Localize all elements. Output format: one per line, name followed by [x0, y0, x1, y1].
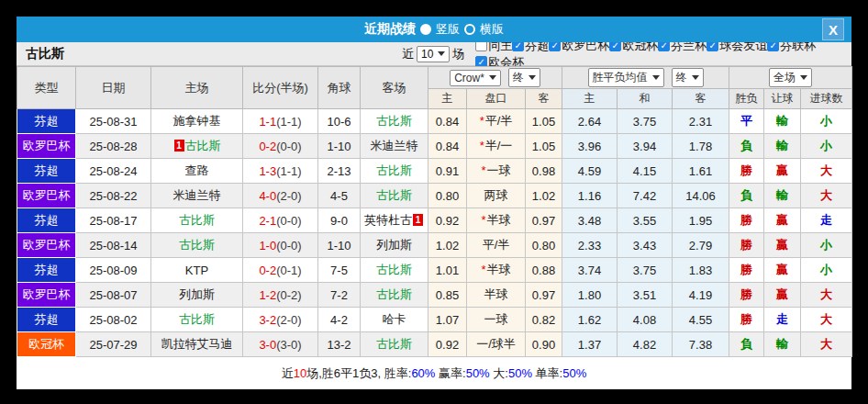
odds-away-cell: 1.05 — [526, 134, 562, 159]
avg-lose-cell: 1.78 — [673, 134, 729, 159]
odds-home-cell: 0.91 — [428, 159, 467, 184]
odds-home-cell: 0.84 — [428, 109, 467, 134]
result-outcome-cell: 勝 — [729, 283, 764, 308]
result-goals-cell: 大 — [801, 159, 852, 184]
avg-lose-cell: 14.06 — [673, 184, 729, 208]
summary-bar: 近10场,胜6平1负3, 胜率:60% 赢率:50% 大:50% 单率:50% — [17, 357, 851, 389]
col-header-home: 主场 — [151, 67, 243, 109]
avg-draw-cell: 3.75 — [618, 109, 673, 134]
odds-away-cell: 0.97 — [526, 283, 562, 308]
result-handicap-cell: 輸 — [764, 332, 801, 357]
check-icon: ✓ — [660, 41, 667, 50]
result-handicap-cell: 走 — [764, 308, 801, 332]
odds-home-cell: 0.92 — [428, 208, 467, 233]
league-badge: 芬超 — [17, 109, 76, 134]
result-goals-cell: 小 — [801, 109, 852, 134]
close-button[interactable]: X — [822, 18, 844, 40]
corner-cell: 9-0 — [318, 208, 361, 233]
odds-company-select[interactable]: Crow* — [450, 70, 501, 86]
avg-draw-cell: 3.43 — [618, 233, 673, 258]
sub-header-odds-away: 客 — [526, 89, 562, 109]
match-row: 欧罗巴杯 25-08-28 1古比斯 0-2(0-0) 1-10 米迪兰特 0.… — [17, 134, 852, 159]
score-cell: 1-0(0-0) — [243, 233, 318, 258]
home-team-cell: 米迪兰特 — [151, 184, 243, 208]
odds-away-cell: 0.97 — [526, 208, 562, 233]
date-cell: 25-08-02 — [76, 308, 151, 332]
result-handicap-cell: 輸 — [764, 184, 801, 208]
result-goals-cell: 大 — [801, 184, 852, 208]
chevron-down-icon — [652, 75, 660, 80]
avg-win-cell: 3.48 — [562, 208, 618, 233]
odds-away-cell: 0.80 — [526, 233, 562, 258]
match-row: 欧罗巴杯 25-08-14 古比斯 1-0(0-0) 1-10 列加斯 1.02… — [17, 233, 852, 258]
handicap-star-icon: * — [481, 213, 485, 227]
away-team-cell: 古比斯 — [361, 283, 428, 308]
league-badge: 欧罗巴杯 — [17, 283, 76, 308]
avg-lose-cell: 7.38 — [673, 332, 729, 357]
home-team-cell: 列加斯 — [151, 283, 243, 308]
sub-header-avg-lose: 客 — [673, 89, 729, 109]
team-name: 古比斯 — [26, 46, 402, 62]
avg-win-cell: 1.16 — [562, 184, 618, 208]
date-cell: 25-08-22 — [76, 184, 151, 208]
odds-away-cell: 0.82 — [526, 308, 562, 332]
avg-lose-cell: 1.83 — [673, 258, 729, 283]
avg-lose-cell: 1.95 — [673, 208, 729, 233]
check-icon: ✓ — [514, 41, 521, 50]
check-icon: ✓ — [769, 41, 776, 50]
close-icon: X — [829, 23, 838, 37]
corner-cell: 4-5 — [318, 184, 361, 208]
handicap-cell: *半球 — [467, 258, 526, 283]
home-team-cell: 凯拉特艾马迪 — [151, 332, 243, 357]
result-outcome-cell: 勝 — [729, 308, 764, 332]
avg-lose-cell: 1.61 — [673, 159, 729, 184]
avg-lose-cell: 2.31 — [673, 109, 729, 134]
corner-cell: 4-2 — [318, 308, 361, 332]
odds-away-cell: 0.90 — [526, 332, 562, 357]
vertical-layout-radio[interactable] — [420, 24, 431, 35]
avg-lose-cell: 4.19 — [673, 283, 729, 308]
date-cell: 25-08-24 — [76, 159, 151, 184]
league-badge: 欧冠杯 — [17, 332, 76, 357]
date-cell: 25-08-14 — [76, 233, 151, 258]
handicap-cell: 平/半 — [467, 233, 526, 258]
result-handicap-cell: 贏 — [764, 208, 801, 233]
corner-cell: 7-5 — [318, 258, 361, 283]
away-team-cell: 列加斯 — [361, 233, 428, 258]
handicap-star-icon: * — [481, 263, 485, 276]
result-scope-select[interactable]: 全场 — [769, 68, 812, 87]
result-handicap-cell: 贏 — [764, 283, 801, 308]
away-team-cell: 哈卡 — [361, 308, 428, 332]
date-cell: 25-08-17 — [76, 208, 151, 233]
match-row: 欧罗巴杯 25-08-07 列加斯 1-2(0-2) 7-2 古比斯 0.85 … — [17, 283, 852, 308]
match-row: 芬超 25-08-09 KTP 0-2(0-1) 7-5 古比斯 1.01 *半… — [17, 258, 852, 283]
home-team-cell: 查路 — [151, 159, 243, 184]
avg-time-select[interactable]: 终 — [672, 68, 704, 87]
score-cell: 3-2(2-0) — [243, 308, 318, 332]
odds-away-cell: 0.98 — [526, 159, 562, 184]
avg-odds-select[interactable]: 胜平负均值 — [588, 68, 664, 87]
sub-header-handicap-result: 让球 — [764, 89, 801, 109]
result-outcome-cell: 平 — [729, 109, 764, 134]
col-header-corner: 角球 — [318, 67, 361, 109]
result-goals-cell: 大 — [801, 332, 852, 357]
handicap-cell: 一球 — [467, 308, 526, 332]
title-group: 近期战绩 竖版 横版 — [364, 21, 504, 38]
result-handicap-cell: 贏 — [764, 233, 801, 258]
vertical-layout-label[interactable]: 竖版 — [436, 21, 460, 38]
horizontal-layout-radio[interactable] — [464, 24, 475, 35]
horizontal-layout-label[interactable]: 横版 — [480, 21, 504, 38]
result-goals-cell: 小 — [801, 258, 852, 283]
avg-win-cell: 1.37 — [562, 332, 618, 357]
odds-time-select[interactable]: 终 — [508, 68, 540, 87]
date-cell: 25-07-29 — [76, 332, 151, 357]
red-card-icon: 1 — [174, 140, 184, 152]
score-cell: 1-1(1-1) — [243, 109, 318, 134]
sub-header-outcome: 胜负 — [729, 89, 764, 109]
window-frame: 近期战绩 竖版 横版 X 古比斯 近 10 场 ✓ — [0, 0, 868, 404]
home-team-cell: 施拿钟基 — [151, 109, 243, 134]
league-badge: 欧罗巴杯 — [17, 233, 76, 258]
result-handicap-cell: 輸 — [764, 109, 801, 134]
recent-count-select[interactable]: 10 — [417, 46, 450, 62]
score-cell: 0-2(0-1) — [243, 258, 318, 283]
